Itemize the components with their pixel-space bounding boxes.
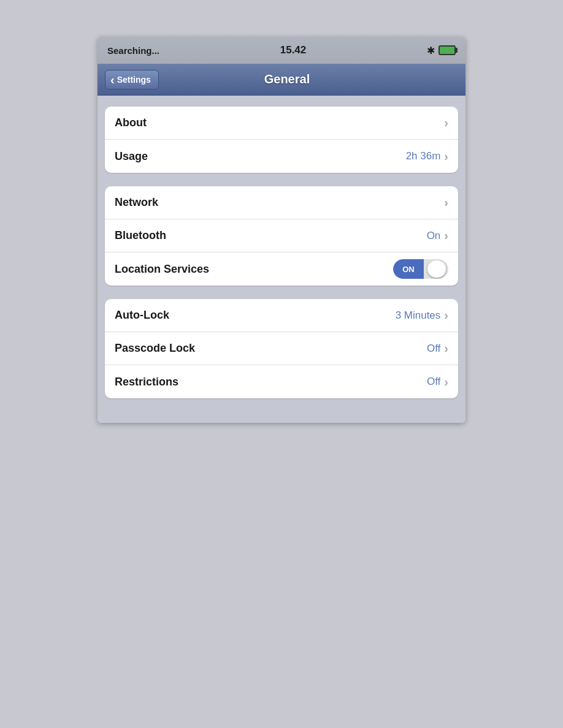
restrictions-chevron: › — [444, 375, 448, 389]
network-chevron: › — [444, 195, 448, 210]
restrictions-value: Off — [427, 376, 440, 388]
bluetooth-row[interactable]: Bluetooth On › — [105, 219, 458, 252]
passcode-lock-chevron: › — [444, 341, 448, 355]
about-row[interactable]: About › — [105, 107, 458, 140]
location-services-label: Location Services — [115, 263, 209, 276]
auto-lock-value: 3 Minutes — [396, 309, 441, 322]
bluetooth-chevron: › — [444, 229, 448, 243]
auto-lock-right: 3 Minutes › — [396, 308, 448, 322]
bluetooth-label: Bluetooth — [115, 229, 166, 242]
content: About › Usage 2h 36m › Network › — [98, 96, 465, 423]
toggle-thumb — [427, 260, 446, 278]
toggle-on-section: ON — [393, 259, 424, 279]
auto-lock-label: Auto-Lock — [115, 309, 169, 322]
phone-frame: Searching... 15.42 ✱ Settings General Ab… — [98, 37, 465, 423]
network-right: › — [444, 195, 448, 210]
about-label: About — [115, 116, 147, 129]
bluetooth-right: On › — [427, 229, 448, 243]
passcode-lock-value: Off — [427, 343, 440, 355]
nav-title: General — [159, 72, 415, 86]
location-services-right: ON — [393, 259, 448, 279]
usage-chevron: › — [444, 150, 448, 164]
section-group-2: Network › Bluetooth On › Location Servic… — [105, 186, 458, 286]
signal-status: Searching... — [107, 45, 159, 56]
auto-lock-row[interactable]: Auto-Lock 3 Minutes › — [105, 299, 458, 332]
restrictions-row[interactable]: Restrictions Off › — [105, 365, 458, 398]
back-button[interactable]: Settings — [105, 70, 159, 89]
network-row[interactable]: Network › — [105, 186, 458, 219]
usage-row[interactable]: Usage 2h 36m › — [105, 140, 458, 173]
location-services-toggle[interactable]: ON — [393, 259, 448, 279]
usage-value: 2h 36m — [406, 150, 441, 162]
status-icons: ✱ — [427, 45, 456, 56]
restrictions-label: Restrictions — [115, 376, 178, 389]
nav-bar: Settings General — [98, 64, 465, 96]
passcode-lock-row[interactable]: Passcode Lock Off › — [105, 332, 458, 365]
bluetooth-value: On — [427, 230, 441, 242]
usage-label: Usage — [115, 150, 148, 163]
passcode-lock-right: Off › — [427, 341, 448, 355]
network-label: Network — [115, 196, 158, 209]
bluetooth-icon: ✱ — [427, 45, 435, 56]
toggle-on-label: ON — [402, 265, 415, 274]
battery-icon — [439, 45, 456, 55]
auto-lock-chevron: › — [444, 308, 448, 322]
status-bar: Searching... 15.42 ✱ — [98, 37, 465, 64]
status-time: 15.42 — [280, 44, 307, 56]
about-chevron: › — [444, 116, 448, 130]
restrictions-right: Off › — [427, 375, 448, 389]
section-group-3: Auto-Lock 3 Minutes › Passcode Lock Off … — [105, 299, 458, 398]
passcode-lock-label: Passcode Lock — [115, 342, 195, 355]
section-group-1: About › Usage 2h 36m › — [105, 107, 458, 173]
location-services-row[interactable]: Location Services ON — [105, 252, 458, 286]
usage-right: 2h 36m › — [406, 150, 448, 164]
about-right: › — [444, 116, 448, 130]
